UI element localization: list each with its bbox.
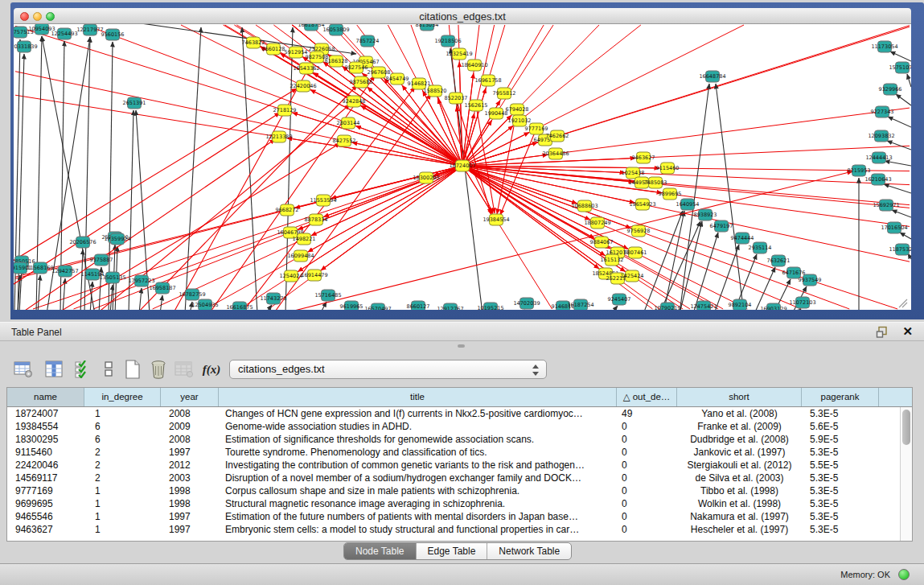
table-row[interactable]: 946554611997Estimation of the future num… bbox=[7, 510, 912, 523]
scrollbar-thumb[interactable] bbox=[902, 410, 910, 445]
graph-node[interactable]: 7632621 bbox=[767, 255, 791, 266]
graph-node[interactable]: 10688603 bbox=[571, 200, 598, 212]
graph-node[interactable]: 16099484 bbox=[287, 250, 314, 262]
graph-node[interactable]: 6479197 bbox=[710, 220, 733, 232]
graph-node[interactable]: 2935114 bbox=[749, 242, 772, 253]
graph-node[interactable]: 12213383 bbox=[265, 131, 292, 142]
graph-node[interactable]: 16543362 bbox=[293, 63, 319, 74]
graph-node[interactable]: 9245407 bbox=[608, 294, 631, 305]
column-header-in_degree[interactable]: in_degree bbox=[84, 388, 161, 406]
graph-node[interactable]: 1921032 bbox=[508, 115, 532, 126]
column-header-name[interactable]: name bbox=[7, 388, 84, 406]
graph-node[interactable]: 8813054 bbox=[416, 24, 439, 31]
graph-node[interactable]: 1562615 bbox=[465, 100, 488, 111]
table-row[interactable]: 1872400712008Changes of HCN gene express… bbox=[7, 407, 912, 420]
graph-node[interactable]: 19218506 bbox=[434, 35, 461, 47]
graph-node[interactable]: 12325419 bbox=[446, 48, 472, 60]
graph-node[interactable]: 16570497 bbox=[364, 303, 391, 310]
column-header-title[interactable]: title bbox=[219, 388, 617, 406]
graph-node[interactable]: 2803144 bbox=[337, 117, 360, 129]
tab-node-table[interactable]: Node Table bbox=[344, 543, 417, 559]
close-panel-icon[interactable]: ✕ bbox=[902, 324, 913, 339]
graph-node[interactable]: 14702039 bbox=[513, 298, 540, 309]
graph-node[interactable]: 16914479 bbox=[301, 270, 327, 281]
table-row[interactable]: 1938455462009Genome-wide association stu… bbox=[7, 420, 912, 433]
delete-table-icon[interactable] bbox=[146, 357, 170, 381]
network-canvas[interactable]: 1875751310954093122544931221797795601562… bbox=[14, 24, 911, 310]
graph-node[interactable]: 16648784 bbox=[699, 71, 725, 82]
graph-node[interactable]: 1640954 bbox=[676, 199, 700, 210]
table-row[interactable]: 1456911722003Disruption of a novel membe… bbox=[7, 472, 912, 484]
graph-node[interactable]: 9619965 bbox=[340, 301, 363, 310]
select-columns-icon[interactable] bbox=[42, 357, 66, 381]
graph-node[interactable]: 16053809 bbox=[322, 24, 349, 35]
graph-node[interactable]: 19384554 bbox=[483, 214, 509, 225]
graph-node[interactable]: 11072103 bbox=[789, 297, 815, 308]
graph-node[interactable]: 6794028 bbox=[506, 104, 529, 115]
graph-node[interactable]: 8427552 bbox=[333, 135, 356, 146]
graph-node[interactable]: 11875322 bbox=[889, 244, 911, 255]
graph-node[interactable]: 2718129 bbox=[273, 105, 297, 116]
split-pane-handle[interactable] bbox=[458, 344, 465, 348]
graph-node[interactable]: 17016504 bbox=[881, 222, 907, 233]
graph-node[interactable]: 1990448 bbox=[485, 108, 508, 119]
graph-node[interactable]: 16903129 bbox=[760, 303, 786, 310]
column-header-year[interactable]: year bbox=[161, 388, 219, 406]
graph-node[interactable]: 16782759 bbox=[179, 289, 205, 300]
graph-node[interactable]: 9463627 bbox=[632, 152, 655, 163]
graph-node[interactable]: 20206576 bbox=[69, 237, 96, 248]
graph-node[interactable]: 18640910 bbox=[461, 60, 487, 71]
graph-node[interactable]: 9115460 bbox=[656, 163, 680, 174]
graph-node[interactable]: 20364486 bbox=[542, 148, 569, 159]
graph-node[interactable]: 1254024 bbox=[280, 270, 303, 282]
tab-edge-table[interactable]: Edge Table bbox=[417, 543, 488, 559]
table-row[interactable]: 2242004622012Investigating the contribut… bbox=[7, 459, 912, 472]
graph-node[interactable]: 15716485 bbox=[314, 290, 341, 301]
graph-node[interactable]: 9884067 bbox=[590, 237, 614, 248]
table-selector-dropdown[interactable]: citations_edges.txt bbox=[229, 360, 547, 379]
network-window-titlebar[interactable]: citations_edges.txt bbox=[14, 8, 911, 24]
graph-node[interactable]: 16187254 bbox=[567, 299, 593, 310]
table-vertical-scrollbar[interactable] bbox=[900, 407, 912, 541]
graph-node[interactable]: 12912767 bbox=[437, 303, 463, 310]
graph-node[interactable]: 15751074 bbox=[889, 62, 911, 73]
graph-node[interactable]: 12504935 bbox=[191, 299, 218, 310]
graph-node[interactable]: 11173054 bbox=[871, 41, 897, 52]
function-builder-icon[interactable]: f(x) bbox=[199, 357, 224, 381]
graph-node[interactable]: 10790219 bbox=[654, 303, 680, 310]
new-table-icon[interactable] bbox=[121, 357, 145, 381]
graph-node[interactable]: 9329966 bbox=[879, 84, 902, 95]
graph-node[interactable]: 12217977 bbox=[76, 24, 103, 35]
table-row[interactable]: 1830029562008Estimation of significance … bbox=[7, 433, 912, 446]
table-row[interactable]: 946362711997Embryonic stem cells: a mode… bbox=[7, 523, 912, 536]
graph-node[interactable]: 8938923 bbox=[694, 209, 717, 220]
float-panel-icon[interactable] bbox=[876, 326, 889, 339]
table-row[interactable]: 911546021997Tourette syndrome. Phenomeno… bbox=[7, 446, 912, 459]
graph-node[interactable]: 15692971 bbox=[873, 200, 899, 211]
memory-ok-icon[interactable] bbox=[898, 569, 910, 580]
graph-node[interactable]: 16961758 bbox=[474, 75, 501, 86]
graph-node[interactable]: 5912954 bbox=[285, 47, 308, 58]
graph-node[interactable]: 7955812 bbox=[493, 88, 516, 99]
graph-node[interactable]: 9899695 bbox=[659, 188, 682, 200]
column-header-out_de[interactable]: △ out_de… bbox=[617, 388, 677, 406]
merge-tables-icon[interactable] bbox=[97, 357, 121, 381]
graph-node[interactable]: 8215953 bbox=[848, 165, 871, 176]
graph-node[interactable]: 9227343 bbox=[871, 106, 894, 117]
graph-node[interactable]: 16618754 bbox=[298, 24, 324, 31]
column-header-short[interactable]: short bbox=[677, 388, 802, 406]
tab-network-table[interactable]: Network Table bbox=[487, 543, 571, 559]
graph-node[interactable]: 12475421 bbox=[690, 301, 717, 310]
graph-node[interactable]: 7857224 bbox=[356, 35, 380, 47]
column-header-pagerank[interactable]: pagerank bbox=[802, 388, 879, 406]
graph-node[interactable]: 11743278 bbox=[260, 293, 286, 304]
select-rows-icon[interactable] bbox=[71, 357, 95, 381]
graph-node[interactable]: 18300295 bbox=[413, 172, 439, 183]
graph-node[interactable]: 12093832 bbox=[868, 130, 894, 142]
table-row[interactable]: 969969511998Structural magnetic resonanc… bbox=[7, 497, 912, 510]
graph-node[interactable]: 20331839 bbox=[14, 41, 38, 52]
graph-node[interactable]: 8878334 bbox=[305, 214, 328, 225]
graph-node[interactable]: 2651391 bbox=[123, 97, 146, 109]
graph-node[interactable]: 19654923 bbox=[629, 199, 655, 210]
graph-node[interactable]: 11553594 bbox=[310, 195, 336, 206]
